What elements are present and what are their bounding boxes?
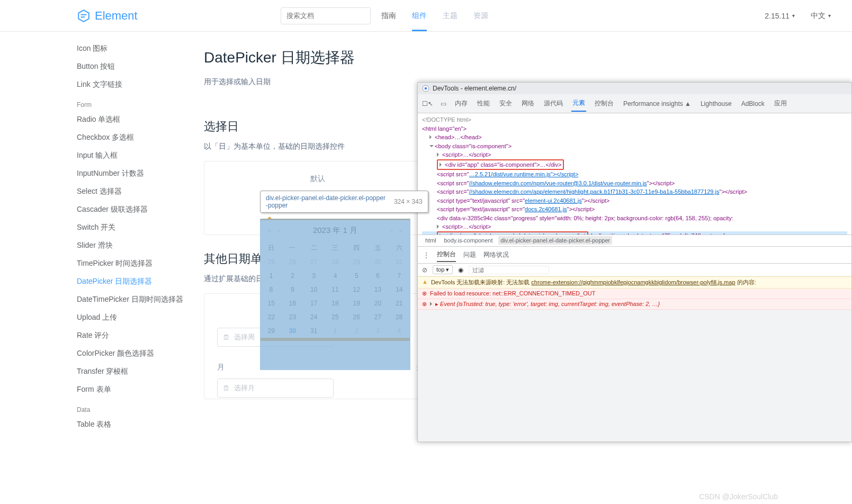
language-selector[interactable]: 中文▾ [811,11,831,21]
calendar-icon: 🗓 [223,334,230,341]
devtools-tab-elements[interactable]: 元素 [571,95,586,112]
nav-component[interactable]: 组件 [412,1,427,31]
expand-icon[interactable] [430,302,434,306]
devtools-tab[interactable]: AdBlock [740,97,766,111]
sidebar-item-datepicker[interactable]: DatePicker 日期选择器 [77,273,199,291]
elements-panel[interactable]: <!DOCTYPE html> <html lang="en"> <head>…… [418,113,851,235]
inspector-tooltip: div.el-picker-panel.el-date-picker.el-po… [260,191,428,213]
date-picker-panel[interactable]: « ‹ 2023 年 1 月 › » 日一二三四五六 2526272829303… [260,219,410,338]
devtools-tab[interactable]: 网络 [521,96,535,111]
chrome-icon [422,85,429,92]
devtools-tab[interactable]: 应用 [773,96,788,111]
devtools-tabs: ☐↖ ▭ 内存 性能 安全 网络 源代码 元素 控制台 Performance … [418,94,851,113]
devtools-tab[interactable]: Performance insights ▲ [622,97,692,111]
month-input[interactable]: 🗓 选择月 [217,379,334,398]
sidebar-item-button[interactable]: Button 按钮 [77,58,199,76]
error-icon: ⊗ [422,301,427,308]
calendar-icon: 🗓 [223,384,230,392]
console-filter[interactable] [469,266,549,274]
sidebar: Icon 图标 Button 按钮 Link 文字链接 Form Radio 单… [77,40,199,434]
sidebar-item-datetimepicker[interactable]: DateTimePicker 日期时间选择器 [77,291,199,309]
context-dropdown[interactable]: top ▾ [433,265,453,274]
eye-icon[interactable]: ◉ [458,266,463,274]
nav-guide[interactable]: 指南 [381,1,396,31]
nav-resource[interactable]: 资源 [473,1,488,31]
caret-down-icon: ▾ [828,13,831,19]
expand-icon[interactable] [429,135,434,139]
sidebar-group-form: Form [77,94,199,111]
device-toolbar-icon[interactable]: ▭ [441,100,446,107]
sidebar-item-select[interactable]: Select 选择器 [77,183,199,201]
drawer-tab-network[interactable]: 网络状况 [483,248,509,262]
elements-breadcrumb[interactable]: html body.is-component div.el-picker-pan… [418,235,851,247]
sidebar-item-checkbox[interactable]: Checkbox 多选框 [77,129,199,147]
sidebar-item-cascader[interactable]: Cascader 级联选择器 [77,201,199,219]
sidebar-item-switch[interactable]: Switch 开关 [77,219,199,237]
clear-console-icon[interactable]: ⊘ [422,266,427,274]
devtools-tab[interactable]: 源代码 [543,96,564,111]
svg-point-1 [425,87,427,90]
expand-icon[interactable] [440,163,444,167]
console-output[interactable]: ▲ DevTools 无法加载来源映射: 无法加载 chrome-extensi… [418,276,851,310]
devtools-titlebar[interactable]: DevTools - element.eleme.cn/ [418,83,851,94]
page-title: DatePicker 日期选择器 [204,48,852,68]
console-toolbar: ⊘ top ▾ ◉ [418,264,851,276]
inspect-icon[interactable]: ☐↖ [422,100,433,107]
devtools-tab[interactable]: 控制台 [594,96,615,111]
search-input[interactable] [281,7,371,24]
sidebar-item-form[interactable]: Form 表单 [77,381,199,399]
sidebar-group-data: Data [77,399,199,416]
devtools-tab[interactable]: 性能 [476,96,491,111]
sidebar-item-input[interactable]: Input 输入框 [77,147,199,165]
devtools-tab[interactable]: Lighthouse [699,97,733,111]
error-icon: ⊗ [422,290,427,297]
devtools-tab[interactable]: 安全 [498,96,513,111]
sidebar-item-upload[interactable]: Upload 上传 [77,309,199,327]
sidebar-item-link[interactable]: Link 文字链接 [77,76,199,94]
inspector-highlight-overlay [260,219,410,370]
sidebar-item-slider[interactable]: Slider 滑块 [77,237,199,255]
devtools-drawer-tabs: ⋮ 控制台 问题 网络状况 [418,247,851,264]
sidebar-item-colorpicker[interactable]: ColorPicker 颜色选择器 [77,345,199,363]
expand-icon[interactable] [437,152,441,157]
nav-theme[interactable]: 主题 [443,1,458,31]
logo[interactable]: Element [77,9,138,23]
caret-down-icon: ▾ [792,13,795,19]
sidebar-item-radio[interactable]: Radio 单选框 [77,111,199,129]
month-col-label: 月 [217,363,225,372]
more-icon[interactable]: ⋮ [423,251,429,259]
sidebar-item-transfer[interactable]: Transfer 穿梭框 [77,363,199,381]
version-selector[interactable]: 2.15.11▾ [765,12,795,20]
logo-text: Element [95,9,138,23]
drawer-tab-console[interactable]: 控制台 [437,248,456,262]
watermark: CSDN @JokerSoulClub [699,492,778,501]
sidebar-item-rate[interactable]: Rate 评分 [77,327,199,345]
warning-icon: ▲ [422,278,428,285]
drawer-tab-issues[interactable]: 问题 [463,248,476,262]
sidebar-item-icon[interactable]: Icon 图标 [77,40,199,58]
sidebar-item-inputnumber[interactable]: InputNumber 计数器 [77,165,199,183]
sidebar-item-timepicker[interactable]: TimePicker 时间选择器 [77,255,199,273]
element-logo-icon [77,9,91,23]
collapse-icon[interactable] [429,145,434,149]
sidebar-item-table[interactable]: Table 表格 [77,416,199,434]
devtools-window[interactable]: DevTools - element.eleme.cn/ ☐↖ ▭ 内存 性能 … [417,82,852,442]
devtools-tab[interactable]: 内存 [454,96,469,111]
demo-default-label: 默认 [217,174,418,184]
expand-icon[interactable] [437,224,441,229]
